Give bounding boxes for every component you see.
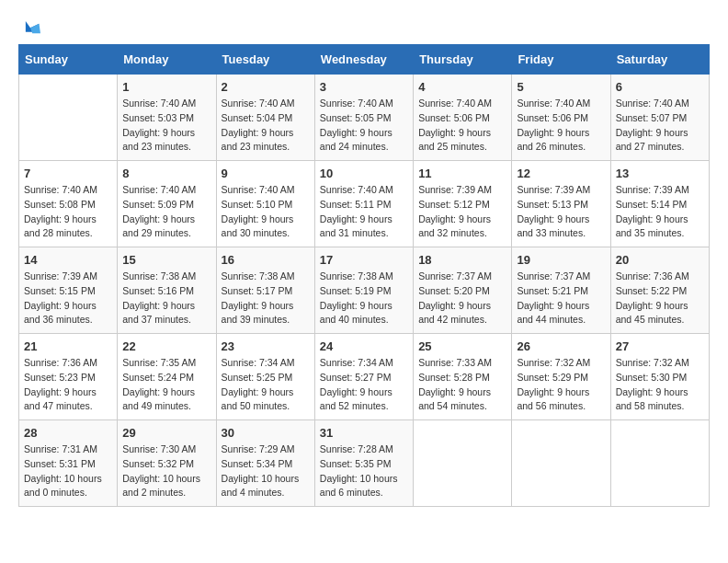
calendar-cell: 2Sunrise: 7:40 AM Sunset: 5:04 PM Daylig… bbox=[216, 75, 314, 161]
calendar-cell: 5Sunrise: 7:40 AM Sunset: 5:06 PM Daylig… bbox=[512, 75, 610, 161]
calendar-cell: 18Sunrise: 7:37 AM Sunset: 5:20 PM Dayli… bbox=[414, 247, 512, 334]
day-info: Sunrise: 7:31 AM Sunset: 5:31 PM Dayligh… bbox=[24, 442, 112, 500]
calendar-cell: 29Sunrise: 7:30 AM Sunset: 5:32 PM Dayli… bbox=[118, 420, 216, 507]
day-info: Sunrise: 7:40 AM Sunset: 5:06 PM Dayligh… bbox=[517, 97, 605, 155]
day-info: Sunrise: 7:40 AM Sunset: 5:08 PM Dayligh… bbox=[24, 183, 112, 241]
page-header bbox=[18, 18, 710, 35]
day-info: Sunrise: 7:35 AM Sunset: 5:24 PM Dayligh… bbox=[122, 356, 210, 414]
day-info: Sunrise: 7:34 AM Sunset: 5:25 PM Dayligh… bbox=[222, 356, 310, 414]
day-info: Sunrise: 7:39 AM Sunset: 5:12 PM Dayligh… bbox=[418, 183, 506, 241]
calendar-cell: 31Sunrise: 7:28 AM Sunset: 5:35 PM Dayli… bbox=[314, 420, 413, 507]
day-number: 21 bbox=[24, 339, 112, 353]
day-number: 27 bbox=[616, 339, 704, 353]
day-info: Sunrise: 7:38 AM Sunset: 5:19 PM Dayligh… bbox=[320, 270, 408, 327]
calendar-cell: 9Sunrise: 7:40 AM Sunset: 5:10 PM Daylig… bbox=[216, 161, 314, 247]
day-number: 11 bbox=[418, 167, 506, 180]
calendar-week-row: 28Sunrise: 7:31 AM Sunset: 5:31 PM Dayli… bbox=[19, 420, 710, 507]
day-number: 1 bbox=[122, 80, 210, 94]
header-tuesday: Tuesday bbox=[216, 45, 314, 75]
calendar-cell: 30Sunrise: 7:29 AM Sunset: 5:34 PM Dayli… bbox=[216, 420, 314, 507]
calendar-cell: 20Sunrise: 7:36 AM Sunset: 5:22 PM Dayli… bbox=[610, 247, 709, 334]
calendar-cell: 22Sunrise: 7:35 AM Sunset: 5:24 PM Dayli… bbox=[118, 334, 216, 420]
day-info: Sunrise: 7:40 AM Sunset: 5:11 PM Dayligh… bbox=[320, 183, 408, 241]
day-number: 31 bbox=[320, 426, 408, 440]
day-number: 19 bbox=[517, 253, 605, 267]
day-info: Sunrise: 7:39 AM Sunset: 5:13 PM Dayligh… bbox=[517, 183, 605, 241]
day-info: Sunrise: 7:37 AM Sunset: 5:21 PM Dayligh… bbox=[517, 270, 605, 327]
day-number: 13 bbox=[616, 167, 704, 180]
calendar-cell bbox=[414, 420, 512, 507]
header-wednesday: Wednesday bbox=[314, 45, 413, 75]
calendar-cell: 25Sunrise: 7:33 AM Sunset: 5:28 PM Dayli… bbox=[414, 334, 512, 420]
calendar-week-row: 1Sunrise: 7:40 AM Sunset: 5:03 PM Daylig… bbox=[19, 75, 710, 161]
day-number: 10 bbox=[320, 167, 408, 180]
calendar-cell: 8Sunrise: 7:40 AM Sunset: 5:09 PM Daylig… bbox=[118, 161, 216, 247]
header-saturday: Saturday bbox=[610, 45, 709, 75]
day-number: 2 bbox=[222, 80, 310, 94]
day-info: Sunrise: 7:33 AM Sunset: 5:28 PM Dayligh… bbox=[418, 356, 506, 414]
day-info: Sunrise: 7:38 AM Sunset: 5:16 PM Dayligh… bbox=[122, 270, 210, 327]
day-number: 30 bbox=[222, 426, 310, 440]
calendar-cell: 3Sunrise: 7:40 AM Sunset: 5:05 PM Daylig… bbox=[314, 75, 413, 161]
day-number: 28 bbox=[24, 426, 112, 440]
day-info: Sunrise: 7:40 AM Sunset: 5:03 PM Dayligh… bbox=[122, 97, 210, 155]
day-info: Sunrise: 7:30 AM Sunset: 5:32 PM Dayligh… bbox=[122, 442, 210, 500]
day-number: 16 bbox=[222, 253, 310, 267]
day-info: Sunrise: 7:32 AM Sunset: 5:30 PM Dayligh… bbox=[616, 356, 704, 414]
header-monday: Monday bbox=[118, 45, 216, 75]
calendar-cell: 1Sunrise: 7:40 AM Sunset: 5:03 PM Daylig… bbox=[118, 75, 216, 161]
day-info: Sunrise: 7:40 AM Sunset: 5:10 PM Dayligh… bbox=[222, 183, 310, 241]
day-info: Sunrise: 7:40 AM Sunset: 5:06 PM Dayligh… bbox=[418, 97, 506, 155]
day-info: Sunrise: 7:38 AM Sunset: 5:17 PM Dayligh… bbox=[222, 270, 310, 327]
calendar-cell: 13Sunrise: 7:39 AM Sunset: 5:14 PM Dayli… bbox=[610, 161, 709, 247]
day-number: 17 bbox=[320, 253, 408, 267]
calendar-cell bbox=[19, 75, 118, 161]
header-sunday: Sunday bbox=[19, 45, 118, 75]
day-number: 6 bbox=[616, 80, 704, 94]
day-number: 20 bbox=[616, 253, 704, 267]
calendar-cell: 10Sunrise: 7:40 AM Sunset: 5:11 PM Dayli… bbox=[314, 161, 413, 247]
calendar-cell: 27Sunrise: 7:32 AM Sunset: 5:30 PM Dayli… bbox=[610, 334, 709, 420]
calendar-table: Sunday Monday Tuesday Wednesday Thursday… bbox=[18, 44, 710, 507]
calendar-cell: 6Sunrise: 7:40 AM Sunset: 5:07 PM Daylig… bbox=[610, 75, 709, 161]
logo bbox=[18, 18, 40, 35]
calendar-cell: 28Sunrise: 7:31 AM Sunset: 5:31 PM Dayli… bbox=[19, 420, 118, 507]
day-number: 24 bbox=[320, 339, 408, 353]
calendar-cell: 14Sunrise: 7:39 AM Sunset: 5:15 PM Dayli… bbox=[19, 247, 118, 334]
calendar-cell: 7Sunrise: 7:40 AM Sunset: 5:08 PM Daylig… bbox=[19, 161, 118, 247]
day-number: 5 bbox=[517, 80, 605, 94]
day-info: Sunrise: 7:39 AM Sunset: 5:14 PM Dayligh… bbox=[616, 183, 704, 241]
calendar-cell: 4Sunrise: 7:40 AM Sunset: 5:06 PM Daylig… bbox=[414, 75, 512, 161]
header-thursday: Thursday bbox=[414, 45, 512, 75]
day-number: 3 bbox=[320, 80, 408, 94]
day-info: Sunrise: 7:40 AM Sunset: 5:07 PM Dayligh… bbox=[616, 97, 704, 155]
calendar-cell bbox=[512, 420, 610, 507]
calendar-cell bbox=[610, 420, 709, 507]
day-number: 15 bbox=[122, 253, 210, 267]
day-info: Sunrise: 7:36 AM Sunset: 5:23 PM Dayligh… bbox=[24, 356, 112, 414]
day-number: 7 bbox=[24, 167, 112, 180]
calendar-cell: 12Sunrise: 7:39 AM Sunset: 5:13 PM Dayli… bbox=[512, 161, 610, 247]
day-number: 23 bbox=[222, 339, 310, 353]
day-number: 12 bbox=[517, 167, 605, 180]
day-number: 26 bbox=[517, 339, 605, 353]
calendar-cell: 16Sunrise: 7:38 AM Sunset: 5:17 PM Dayli… bbox=[216, 247, 314, 334]
calendar-cell: 17Sunrise: 7:38 AM Sunset: 5:19 PM Dayli… bbox=[314, 247, 413, 334]
day-number: 8 bbox=[122, 167, 210, 180]
svg-marker-1 bbox=[30, 24, 40, 33]
day-number: 22 bbox=[122, 339, 210, 353]
calendar-cell: 15Sunrise: 7:38 AM Sunset: 5:16 PM Dayli… bbox=[118, 247, 216, 334]
calendar-cell: 21Sunrise: 7:36 AM Sunset: 5:23 PM Dayli… bbox=[19, 334, 118, 420]
day-info: Sunrise: 7:39 AM Sunset: 5:15 PM Dayligh… bbox=[24, 270, 112, 327]
calendar-cell: 24Sunrise: 7:34 AM Sunset: 5:27 PM Dayli… bbox=[314, 334, 413, 420]
calendar-week-row: 14Sunrise: 7:39 AM Sunset: 5:15 PM Dayli… bbox=[19, 247, 710, 334]
day-info: Sunrise: 7:29 AM Sunset: 5:34 PM Dayligh… bbox=[222, 442, 310, 500]
day-info: Sunrise: 7:36 AM Sunset: 5:22 PM Dayligh… bbox=[616, 270, 704, 327]
calendar-week-row: 21Sunrise: 7:36 AM Sunset: 5:23 PM Dayli… bbox=[19, 334, 710, 420]
calendar-cell: 19Sunrise: 7:37 AM Sunset: 5:21 PM Dayli… bbox=[512, 247, 610, 334]
calendar-week-row: 7Sunrise: 7:40 AM Sunset: 5:08 PM Daylig… bbox=[19, 161, 710, 247]
header-friday: Friday bbox=[512, 45, 610, 75]
day-number: 29 bbox=[122, 426, 210, 440]
calendar-cell: 26Sunrise: 7:32 AM Sunset: 5:29 PM Dayli… bbox=[512, 334, 610, 420]
day-number: 4 bbox=[418, 80, 506, 94]
